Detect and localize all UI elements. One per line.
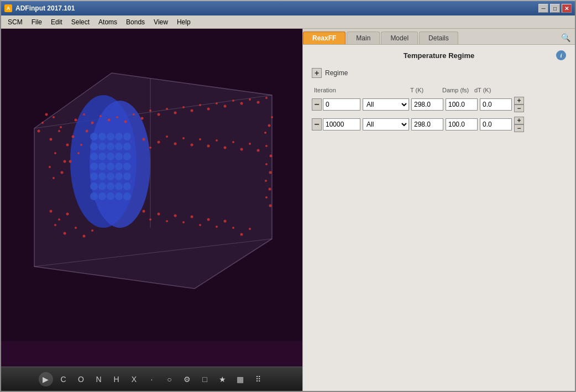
svg-point-112 [207,218,210,221]
main-content: /* blue spheres rendered as circles */ [1,29,575,391]
svg-point-56 [75,119,77,122]
damp-input-2[interactable] [446,118,478,130]
svg-point-126 [265,196,268,198]
viewport-canvas: /* blue spheres rendered as circles */ [1,29,302,367]
menu-edit[interactable]: Edit [46,17,67,27]
pm-col-1: + − [514,97,524,112]
svg-point-127 [269,205,272,207]
svg-point-16 [98,153,106,160]
grid-button[interactable]: ▦ [233,372,248,386]
svg-point-22 [107,143,114,150]
t-input-2[interactable] [411,118,443,130]
svg-point-60 [108,119,111,122]
minimize-button[interactable]: ─ [538,4,548,13]
iteration-input-1[interactable] [323,98,360,111]
title-bar-left: A ADFinput 2017.101 [4,4,75,12]
menu-select[interactable]: Select [67,17,94,27]
dt-input-2[interactable] [480,118,512,130]
dots-button[interactable]: ⠿ [251,372,265,386]
svg-point-100 [64,232,66,235]
tab-model[interactable]: Model [381,32,418,44]
title-buttons: ─ □ ✕ [538,4,572,13]
svg-point-106 [158,213,160,216]
panel-title: Temperature Regime [322,51,556,60]
play-button[interactable]: ▶ [39,372,53,386]
square-button[interactable]: □ [198,372,212,386]
svg-point-45 [54,152,56,154]
svg-point-20 [98,192,106,200]
viewport: /* blue spheres rendered as circles */ [1,29,302,391]
c-button[interactable]: C [56,372,71,386]
svg-point-9 [90,153,98,160]
dot-button[interactable]: · [145,372,159,386]
svg-point-123 [269,171,272,174]
add-regime-button[interactable]: + [312,68,322,78]
svg-point-58 [91,122,94,124]
tab-details[interactable]: Details [419,32,458,44]
star-button[interactable]: ★ [216,372,230,386]
panel-title-row: Temperature Regime i [312,50,566,60]
iteration-input-2[interactable] [323,118,360,130]
svg-point-108 [174,215,177,217]
svg-point-73 [216,102,218,104]
minus-btn-2[interactable]: − [312,118,322,130]
damp-input-1[interactable] [446,98,478,111]
minus-row-btn-1[interactable]: − [514,104,524,112]
info-icon[interactable]: i [556,50,566,60]
svg-point-125 [269,188,271,191]
svg-point-43 [58,130,60,132]
dt-input-1[interactable] [480,98,512,111]
svg-point-31 [115,163,123,170]
atom-select-2[interactable]: All [363,118,409,130]
tab-main[interactable]: Main [347,32,380,44]
o-button[interactable]: O [74,372,88,386]
svg-point-89 [216,139,218,142]
viewport-toolbar: ▶ C O N H X · ○ ⚙ □ ★ ▦ ⠿ [1,367,302,391]
menu-view[interactable]: View [149,17,172,27]
minus-btn-1[interactable]: − [312,98,322,111]
h-button[interactable]: H [109,372,124,386]
svg-point-105 [149,218,151,221]
svg-point-102 [83,235,86,238]
svg-point-113 [216,226,218,228]
svg-point-38 [123,163,131,170]
svg-point-64 [141,117,144,120]
menu-file[interactable]: File [27,17,46,27]
maximize-button[interactable]: □ [550,4,560,13]
svg-point-118 [271,116,273,118]
menu-scm[interactable]: SCM [3,17,27,27]
svg-point-67 [166,108,168,110]
plus-row-btn-1[interactable]: + [514,97,524,104]
dt-k-header: dT (K) [474,87,506,93]
title-bar: A ADFinput 2017.101 ─ □ ✕ [1,1,575,15]
menu-bonds[interactable]: Bonds [122,17,149,27]
svg-point-59 [100,115,102,117]
minus-row-btn-2[interactable]: − [514,124,524,132]
n-button[interactable]: N [92,372,106,386]
t-k-header: T (K) [410,87,442,93]
svg-point-115 [232,227,234,229]
iteration-ctrl-2: − [312,118,360,130]
x-button[interactable]: X [127,372,142,386]
circle-button[interactable]: ○ [163,372,177,386]
svg-point-92 [240,148,243,151]
svg-point-76 [240,102,243,105]
svg-point-33 [115,182,123,190]
menu-help[interactable]: Help [172,17,195,27]
svg-point-29 [115,143,123,150]
svg-point-34 [115,192,123,200]
t-input-1[interactable] [411,98,443,111]
plus-row-btn-2[interactable]: + [514,117,524,124]
menu-atoms[interactable]: Atoms [94,17,122,27]
svg-point-27 [107,192,114,200]
gear-button[interactable]: ⚙ [180,372,195,386]
svg-point-8 [90,143,98,150]
atom-select-1[interactable]: All [363,98,409,111]
svg-point-18 [98,173,106,180]
close-button[interactable]: ✕ [562,4,572,13]
search-icon[interactable]: 🔍 [557,31,575,44]
svg-point-14 [98,133,106,140]
tab-reaxff[interactable]: ReaxFF [303,32,345,44]
svg-point-74 [224,105,227,108]
svg-point-42 [50,138,53,141]
